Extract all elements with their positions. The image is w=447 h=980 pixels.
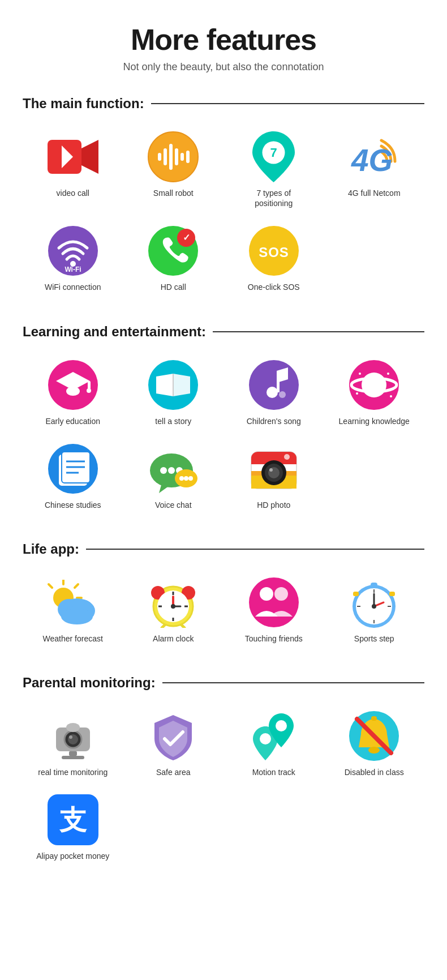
feature-hd-photo: HD photo xyxy=(224,435,324,519)
video-call-label: video call xyxy=(57,188,89,198)
section-header-learning: Learning and entertainment: xyxy=(23,324,424,340)
svg-point-25 xyxy=(66,387,80,396)
voice-chat-icon xyxy=(148,443,199,494)
svg-point-40 xyxy=(390,395,392,397)
svg-rect-6 xyxy=(164,148,167,165)
svg-rect-116 xyxy=(371,716,377,721)
safe-area-icon xyxy=(148,711,199,761)
svg-point-65 xyxy=(269,468,273,472)
feature-tell-story: tell a story xyxy=(123,351,224,435)
childrens-song-icon xyxy=(248,360,299,410)
alipay-icon: 支 xyxy=(48,794,98,845)
svg-rect-32 xyxy=(277,371,280,392)
weather-icon xyxy=(48,577,98,628)
svg-point-100 xyxy=(372,604,376,609)
learning-knowledge-label: Learning knowledge xyxy=(339,416,410,426)
feature-alarm: Alarm clock xyxy=(123,568,224,652)
feature-safe-area: Safe area xyxy=(123,702,224,786)
motion-track-icon xyxy=(248,711,299,761)
svg-text:Wi-Fi: Wi-Fi xyxy=(65,266,81,273)
sos-label: One-click SOS xyxy=(248,282,300,292)
svg-point-50 xyxy=(168,467,175,474)
svg-point-117 xyxy=(368,747,380,754)
feature-motion-track: Motion track xyxy=(224,702,324,786)
svg-point-38 xyxy=(387,373,389,375)
svg-rect-110 xyxy=(69,751,77,756)
positioning-icon: 7 xyxy=(248,131,299,182)
feature-voice-chat: Voice chat xyxy=(123,435,224,519)
disabled-class-label: Disabled in class xyxy=(345,767,404,777)
page-subtitle: Not only the beauty, but also the connot… xyxy=(11,61,436,73)
section-header-life: Life app: xyxy=(23,541,424,557)
section-title-main: The main function: xyxy=(23,96,144,112)
early-education-icon xyxy=(48,360,98,410)
feature-4g: 4G 4G full Netcom xyxy=(324,123,425,217)
voice-chat-label: Voice chat xyxy=(155,500,192,510)
section-divider-life xyxy=(86,549,424,550)
page-header: More features Not only the beauty, but a… xyxy=(0,0,447,84)
feature-childrens-song: Children's song xyxy=(224,351,324,435)
feature-alipay: 支 Alipay pocket money xyxy=(23,786,123,870)
feature-early-education: Early education xyxy=(23,351,123,435)
life-features-grid: Weather forecast xyxy=(23,568,424,652)
feature-small-robot: Small robot xyxy=(123,123,224,217)
small-robot-icon xyxy=(148,131,199,182)
svg-point-91 xyxy=(260,587,273,601)
sports-step-icon xyxy=(349,577,399,628)
svg-line-70 xyxy=(49,584,52,588)
section-life-app: Life app: xyxy=(0,530,447,664)
real-time-icon xyxy=(48,711,98,761)
hd-call-icon: ✓ xyxy=(148,225,199,276)
tell-story-label: tell a story xyxy=(155,416,191,426)
svg-point-87 xyxy=(171,604,175,609)
feature-video-call: video call xyxy=(23,123,123,217)
feature-weather: Weather forecast xyxy=(23,568,123,652)
weather-label: Weather forecast xyxy=(43,634,103,644)
section-title-learning: Learning and entertainment: xyxy=(23,324,206,340)
svg-point-54 xyxy=(184,476,188,481)
feature-chinese-studies: Chinese studies xyxy=(23,435,123,519)
section-header-parental: Parental monitoring: xyxy=(23,675,424,691)
alarm-icon xyxy=(148,577,199,628)
learning-knowledge-icon xyxy=(349,360,399,410)
real-time-label: real time monitoring xyxy=(38,767,108,777)
svg-rect-111 xyxy=(62,756,84,759)
touching-friends-icon xyxy=(248,577,299,628)
svg-point-90 xyxy=(249,577,299,627)
svg-marker-1 xyxy=(81,140,98,174)
svg-point-49 xyxy=(160,467,167,474)
4g-label: 4G full Netcom xyxy=(348,188,401,198)
svg-text:4G: 4G xyxy=(351,143,393,178)
svg-point-114 xyxy=(260,733,271,744)
hd-call-label: HD call xyxy=(161,282,186,292)
tell-story-icon xyxy=(148,360,199,410)
svg-rect-26 xyxy=(88,381,91,390)
svg-rect-5 xyxy=(158,153,161,161)
childrens-song-label: Children's song xyxy=(247,416,301,426)
wifi-label: WiFi connection xyxy=(45,282,101,292)
section-divider-parental xyxy=(162,682,424,683)
section-divider-learning xyxy=(213,331,424,332)
svg-point-30 xyxy=(249,360,299,410)
svg-point-113 xyxy=(276,720,287,731)
svg-rect-96 xyxy=(353,592,359,596)
feature-sports-step: Sports step xyxy=(324,568,425,652)
svg-point-92 xyxy=(274,587,288,601)
feature-wifi: Wi-Fi WiFi connection xyxy=(23,217,123,301)
svg-point-31 xyxy=(267,387,278,398)
section-header-main: The main function: xyxy=(23,96,424,112)
hd-photo-label: HD photo xyxy=(257,500,290,510)
svg-rect-10 xyxy=(186,151,190,163)
motion-track-label: Motion track xyxy=(252,767,295,777)
svg-point-37 xyxy=(359,373,361,375)
svg-point-112 xyxy=(66,723,80,732)
svg-point-66 xyxy=(284,454,290,460)
sos-icon: SOS xyxy=(248,225,299,276)
disabled-class-icon xyxy=(349,711,399,761)
safe-area-label: Safe area xyxy=(156,767,191,777)
svg-point-108 xyxy=(69,735,72,739)
section-learning: Learning and entertainment: Early educat… xyxy=(0,313,447,530)
chinese-studies-label: Chinese studies xyxy=(45,500,101,510)
chinese-studies-icon xyxy=(48,443,98,494)
main-features-grid: video call Small robot xyxy=(23,123,424,301)
